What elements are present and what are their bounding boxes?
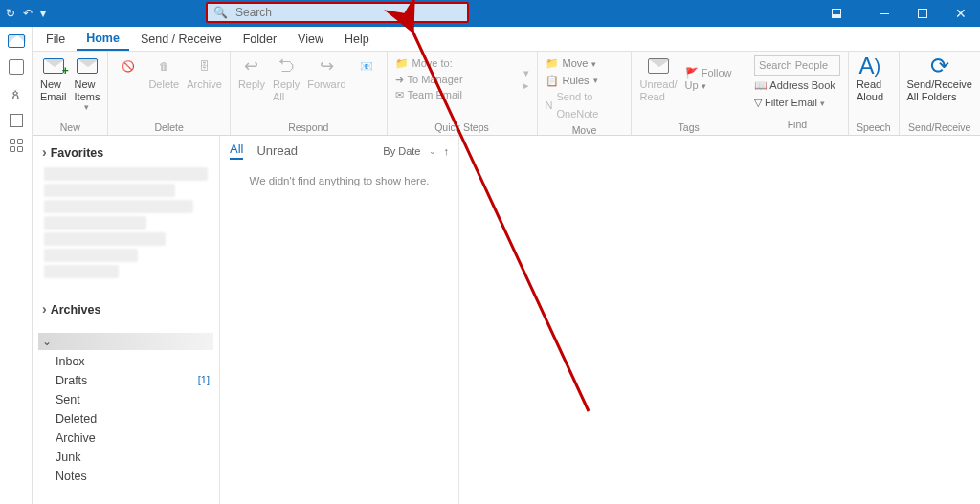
redacted-item	[44, 184, 175, 197]
archives-header[interactable]: Archives	[33, 298, 219, 321]
tasks-module-icon[interactable]	[10, 114, 23, 127]
menu-file[interactable]: File	[36, 29, 75, 50]
folder-deleted[interactable]: Deleted	[33, 409, 219, 428]
sort-by-date[interactable]: By Date ⌄ ↑	[383, 145, 449, 157]
ribbon-group-tags: Unread/ Read 🚩 Follow Up ▾ Tags	[632, 52, 746, 135]
search-people-input[interactable]: Search People	[754, 55, 840, 76]
reply-button: ↩Reply	[238, 55, 265, 91]
ribbon-group-label: Send/Receive	[907, 120, 973, 133]
rules-button[interactable]: 📋 Rules ▾	[546, 73, 624, 90]
empty-message: We didn't find anything to show here.	[230, 175, 449, 186]
folder-pane: Favorites Archives Inbox Drafts[1] Sent …	[33, 136, 220, 504]
forward-button: ↪Forward	[307, 55, 345, 91]
ribbon-group-label: Quick Steps	[395, 120, 529, 133]
redacted-item	[44, 216, 146, 230]
ribbon-group-move: 📁 Move ▾ 📋 Rules ▾ N Send to OneNote Mov…	[538, 52, 633, 135]
menu-send-receive[interactable]: Send / Receive	[131, 29, 232, 50]
redacted-item	[44, 167, 208, 181]
left-navigation-rail: ጰ	[0, 27, 33, 504]
calendar-module-icon[interactable]	[9, 59, 24, 75]
undo-icon[interactable]: ↶	[23, 7, 33, 20]
qat-customize-icon[interactable]: ▾	[40, 7, 46, 20]
menu-help[interactable]: Help	[335, 29, 379, 50]
ribbon-group-new: +New Email New Items▾ New	[33, 52, 108, 135]
filter-unread-tab[interactable]: Unread	[256, 143, 298, 158]
mail-icon: ✉	[395, 87, 404, 103]
ribbon-group-label: New	[40, 120, 100, 133]
search-icon: 🔍	[213, 6, 228, 19]
redacted-item	[44, 265, 119, 278]
close-button[interactable]: ✕	[942, 0, 980, 27]
move-button[interactable]: 📁 Move ▾	[546, 55, 624, 73]
ignore-icon: 🚫	[116, 55, 141, 78]
respond-more-icon: 📧	[354, 55, 379, 78]
title-bar: ↻ ↶ ▾ 🔍 ✕	[0, 0, 980, 27]
folder-archive[interactable]: Archive	[33, 428, 219, 448]
quick-steps-expand-icon[interactable]: ▾▸	[518, 67, 529, 92]
read-aloud-button[interactable]: A)Read Aloud	[857, 55, 883, 102]
maximize-button[interactable]	[903, 0, 942, 27]
ribbon-group-label: Respond	[238, 120, 379, 133]
folder-notes[interactable]: Notes	[33, 467, 219, 486]
reply-all-button: ⮌Reply All	[273, 55, 300, 102]
menu-folder[interactable]: Folder	[234, 29, 286, 50]
search-box-highlight: 🔍	[206, 2, 469, 23]
send-to-onenote-button[interactable]: N Send to OneNote	[546, 89, 624, 122]
people-module-icon[interactable]: ጰ	[11, 86, 20, 102]
quick-steps-list[interactable]: 📁Move to: ➜To Manager ✉Team Email	[395, 55, 510, 103]
folder-junk[interactable]: Junk	[33, 448, 219, 467]
ribbon-group-respond: ↩Reply ⮌Reply All ↪Forward 📧 Respond	[231, 52, 388, 135]
favorites-header[interactable]: Favorites	[33, 142, 219, 164]
forward-icon: ➜	[395, 72, 404, 88]
folder-drafts[interactable]: Drafts[1]	[33, 371, 219, 390]
account-header[interactable]	[38, 333, 213, 350]
new-items-button[interactable]: New Items▾	[75, 55, 100, 113]
folder-sent[interactable]: Sent	[33, 390, 219, 409]
ribbon-group-send-receive: ⟳Send/Receive All Folders Send/Receive	[900, 52, 981, 135]
ribbon-group-label: Find	[754, 116, 840, 133]
reading-pane	[459, 136, 980, 504]
unread-read-button: Unread/ Read	[639, 55, 677, 102]
ribbon-group-find: Search People 📖 Address Book ▽ Filter Em…	[746, 52, 849, 135]
menu-home[interactable]: Home	[77, 28, 129, 51]
send-receive-all-button[interactable]: ⟳Send/Receive All Folders	[907, 55, 973, 102]
new-email-button[interactable]: +New Email	[40, 55, 67, 102]
ribbon-group-label: Tags	[639, 120, 737, 133]
ribbon: +New Email New Items▾ New 🚫 🗑Delete 🗄Arc…	[0, 52, 980, 136]
mail-module-icon[interactable]	[8, 34, 25, 48]
ribbon-group-label: Move	[546, 122, 624, 136]
archive-button: 🗄Archive	[187, 55, 222, 91]
minimize-button[interactable]	[865, 0, 903, 27]
search-input[interactable]	[234, 5, 461, 20]
address-book-button[interactable]: 📖 Address Book	[754, 77, 835, 94]
delete-button: 🗑Delete	[148, 55, 179, 91]
filter-all-tab[interactable]: All	[230, 142, 243, 160]
folder-inbox[interactable]: Inbox	[33, 352, 219, 371]
sort-direction-icon[interactable]: ↑	[444, 145, 450, 157]
window-controls: ✕	[817, 0, 980, 27]
ribbon-display-options-icon[interactable]	[817, 0, 856, 27]
message-list-pane: All Unread By Date ⌄ ↑ We didn't find an…	[220, 136, 459, 504]
quick-access-toolbar: ↻ ↶ ▾	[0, 7, 46, 20]
ribbon-group-label: Delete	[116, 120, 221, 133]
menu-bar: File Home Send / Receive Folder View Hel…	[0, 27, 980, 52]
follow-up-button[interactable]: 🚩 Follow Up ▾	[685, 67, 738, 91]
filter-email-button[interactable]: ▽ Filter Email ▾	[754, 95, 825, 111]
more-apps-icon[interactable]	[10, 139, 23, 152]
sync-icon[interactable]: ↻	[6, 7, 15, 20]
redacted-item	[44, 249, 138, 262]
ribbon-group-speech: A)Read Aloud Speech	[849, 52, 900, 135]
redacted-item	[44, 232, 166, 246]
redacted-item	[44, 200, 193, 213]
ribbon-group-quick-steps: 📁Move to: ➜To Manager ✉Team Email ▾▸ Qui…	[388, 52, 538, 135]
ribbon-group-delete: 🚫 🗑Delete 🗄Archive Delete	[108, 52, 230, 135]
content-area: Favorites Archives Inbox Drafts[1] Sent …	[33, 136, 980, 504]
ribbon-group-label: Speech	[857, 120, 891, 133]
folder-icon: 📁	[395, 55, 409, 72]
menu-view[interactable]: View	[288, 29, 333, 50]
